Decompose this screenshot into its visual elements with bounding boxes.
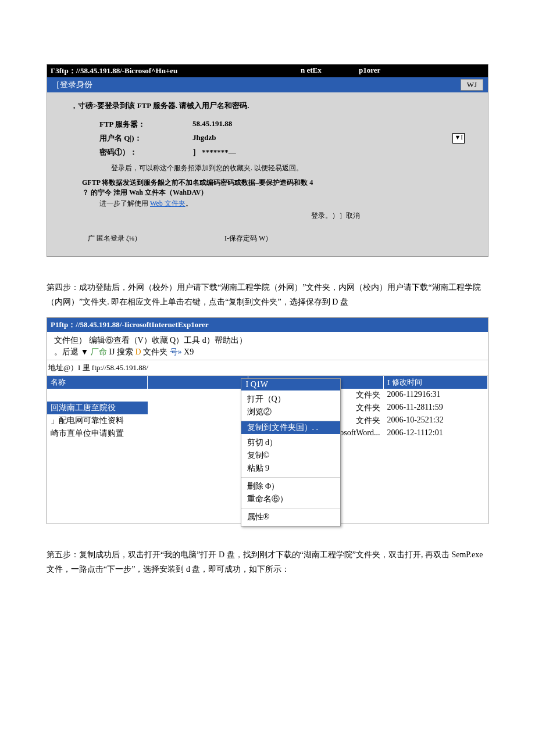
titlebar-left: Г3ftp：//58.45.191.88/-Bicrosof^Hn+eu — [51, 66, 301, 76]
up-folder-icon[interactable]: 厂命 — [91, 347, 107, 356]
ctx-paste[interactable]: 粘贴 9 — [241, 462, 340, 475]
col-name[interactable]: 名称 — [47, 376, 148, 389]
ftp-explorer-window: P1ftp：//58.45.191.88/-IicrosoftInternetE… — [47, 317, 488, 524]
password-label: 密码①）： — [70, 147, 192, 157]
learn-more: 进一步了解使用 Web 文件夹。 — [99, 199, 465, 209]
ctx-properties[interactable]: 属性® — [241, 511, 340, 524]
folders-label[interactable]: 文件夹 — [143, 347, 167, 356]
ctx-delete[interactable]: 删除 Φ） — [241, 480, 340, 493]
login-cancel-row[interactable]: 登录。）］取消 — [70, 211, 465, 221]
checkbox-row: 广 匿名登录 ζ⅛） I-保存定码 W） — [88, 234, 465, 243]
username-label: 用户名 Q|)： — [70, 133, 192, 144]
context-menu[interactable]: I Q1W 打开（Q） 浏览② 复制到文件夹国）. . 剪切 d） 复制© 粘贴… — [241, 378, 341, 526]
bluebar-label: ［登录身份 — [52, 80, 92, 90]
win2-toolbar[interactable]: 。后退 ▼ 厂命 IJ 搜索 D 文件夹 号» X9 — [47, 347, 488, 360]
username-value[interactable]: Jhgdzb — [192, 133, 452, 144]
ctx-rename[interactable]: 重命名⑥） — [241, 493, 340, 506]
webdav-warning: GFTP 将数据发送到服务龈之前不加名或编码密码或数据–要保护造码和数 4 ？ … — [82, 178, 465, 198]
row0-name[interactable]: 回湖南工唐至院役 — [47, 402, 148, 414]
username-dropdown-icon[interactable]: ▼I — [452, 133, 465, 144]
password-value[interactable]: ］ *******— — [192, 147, 465, 157]
file-list-table: 名称 大小 I 类型 I 修改时间 I Q1W 打开（Q） 浏览② 复制到文件夹… — [47, 376, 488, 524]
dialog1-caption: ［登录身份 WJ — [47, 77, 488, 92]
ctx-cut[interactable]: 剪切 d） — [241, 436, 340, 449]
row0-date: 2006-112916:31 — [384, 389, 488, 402]
back-button[interactable]: 。后退 ▼ — [54, 347, 88, 356]
ftp-server-label: FTP 服务嚣： — [70, 119, 192, 130]
dialog1-body: ，寸磅>要登录到该 FTP 服务器. 请械入用尸名和密码. FTP 服务嚣： 5… — [47, 92, 488, 256]
bluebar-wj-button[interactable]: WJ — [461, 79, 483, 91]
win2-menubar[interactable]: 文件但） 编辑⑥查看（V）收藏 Q）工具 d）帮助出） — [47, 332, 488, 347]
login-dialog: Г3ftp：//58.45.191.88/-Bicrosof^Hn+eu n e… — [47, 64, 488, 257]
anonymous-login-checkbox[interactable]: 广 匿名登录 ζ⅛） — [88, 234, 141, 242]
ctx-copy[interactable]: 复制© — [241, 449, 340, 462]
titlebar-mid: n etEx — [301, 66, 359, 76]
titlebar-right: p1orer — [359, 66, 484, 76]
row1-name[interactable]: 」配电网可靠性资料 — [47, 414, 148, 427]
web-folders-link[interactable]: Web 文件夹 — [150, 199, 186, 207]
search-label[interactable]: 搜索 — [117, 347, 135, 356]
win2-title: P1ftp：//58.45.191.88/-IicrosoftInternetE… — [47, 318, 488, 332]
step5-paragraph: 第五步：复制成功后，双击打开“我的电脑”打开 D 盘，找到刚才下载的“湖南工程学… — [47, 547, 488, 576]
ftp-server-value: 58.45.191.88 — [192, 119, 465, 130]
col-modified[interactable]: I 修改时间 — [384, 376, 488, 389]
row1-date: 2006-11-2811:59 — [384, 402, 488, 414]
row2-name[interactable]: 崎市直单位申请购置 — [47, 427, 148, 440]
step4-paragraph: 第四步：成功登陆后，外网（校外）用户请下载“湖南工程学院（外网）”文件夹，内网（… — [47, 280, 488, 309]
save-password-checkbox[interactable]: I-保存定码 W） — [224, 234, 272, 242]
dialog1-titlebar: Г3ftp：//58.45.191.88/-Bicrosof^Hn+eu n e… — [47, 65, 488, 77]
favorites-note: 登录后，可以称这个服务招添加到您的收藏夹. 以便轻易返回。 — [111, 163, 465, 173]
extra-date: 2006-10-2521:32 — [384, 414, 488, 427]
row2-date: 2006-12-1112:01 — [384, 427, 488, 440]
dialog1-intro: ，寸磅>要登录到该 FTP 服务器. 请械入用尸名和密码. — [70, 101, 465, 111]
ctx-header: I Q1W — [241, 379, 340, 390]
ctx-open[interactable]: 打开（Q） — [241, 393, 340, 406]
address-bar[interactable]: 地址@）I 里 ftp://58.45.191.88/ — [47, 360, 488, 376]
ctx-copy-to-folder[interactable]: 复制到文件夹国）. . — [241, 421, 340, 434]
ctx-browse[interactable]: 浏览② — [241, 406, 340, 418]
